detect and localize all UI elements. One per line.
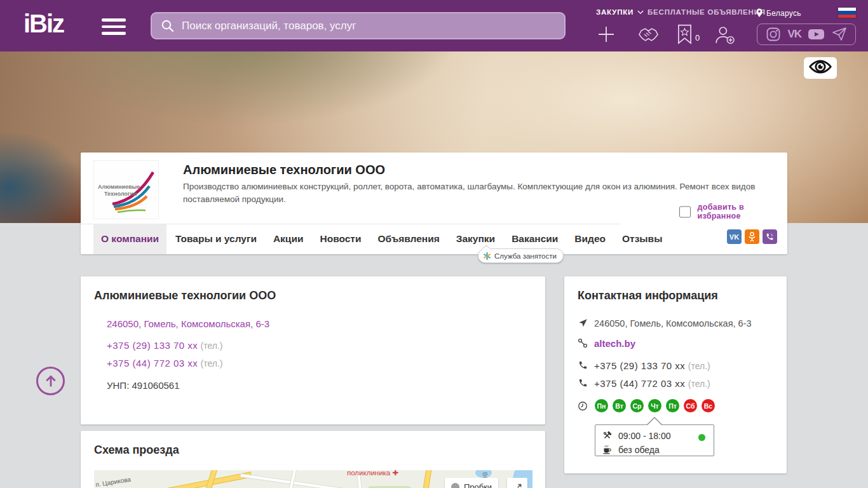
phone-icon xyxy=(577,378,588,388)
site-logo[interactable]: iBiz xyxy=(24,10,64,38)
about-title: Алюминиевые технологии ООО xyxy=(94,289,276,302)
company-description: Производство алюминиевых конструкций, ро… xyxy=(183,180,771,206)
phone-link[interactable]: +375 (44) 772 03 xx xyxy=(107,358,198,369)
open-now-indicator xyxy=(698,434,705,441)
handshake-icon xyxy=(637,27,660,44)
nav-country[interactable]: Беларусь xyxy=(756,8,801,18)
about-card: Алюминиевые технологии ООО 246050, Гомел… xyxy=(81,276,545,424)
viber-icon[interactable] xyxy=(763,229,777,244)
traffic-icon xyxy=(451,483,459,488)
hamburger-menu-icon[interactable] xyxy=(102,18,126,35)
about-unp: УНП: 491060561 xyxy=(107,380,180,391)
coffee-icon xyxy=(602,444,613,455)
youtube-icon[interactable] xyxy=(808,27,825,41)
search-icon xyxy=(160,18,175,34)
chevron-down-icon xyxy=(637,10,644,15)
contact-card: Контактная информация 246050, Гомель, Ко… xyxy=(564,276,787,473)
tab-video[interactable]: Видео xyxy=(567,224,613,254)
company-social-links: VK xyxy=(727,229,777,244)
working-hours: 09:00 - 18:00 xyxy=(618,431,671,441)
about-phone-row: +375 (44) 772 03 xx (тел.) xyxy=(107,358,222,369)
tab-o-kompanii[interactable]: О компании xyxy=(93,224,166,254)
workday-Ср[interactable]: Ср xyxy=(630,399,644,412)
about-address-link[interactable]: 246050, Гомель, Комсомольская, 6-3 xyxy=(107,318,269,329)
nav-free-ads[interactable]: БЕСПЛАТНЫЕ ОБЪЯВЛЕНИЯ xyxy=(648,8,766,16)
map-title: Схема проезда xyxy=(94,444,179,457)
link-icon xyxy=(577,338,588,348)
signup-button[interactable] xyxy=(713,25,736,47)
clock-icon xyxy=(577,401,588,411)
workday-Чт[interactable]: Чт xyxy=(648,399,661,412)
company-card: АлюминиевыеТехнологии Алюминиевые технол… xyxy=(81,152,787,254)
nav-arrow-icon xyxy=(577,318,588,328)
scroll-to-top-button[interactable] xyxy=(36,367,65,395)
working-hours-popup: 09:00 - 18:00 без обеда xyxy=(595,424,714,456)
contact-address: 246050, Гомель, Комсомольская, 6-3 xyxy=(594,318,752,329)
workday-Сб[interactable]: Сб xyxy=(684,399,697,412)
scroll-top-icon xyxy=(43,373,59,390)
company-name: Алюминиевые технологии ООО xyxy=(183,163,385,177)
plus-icon xyxy=(596,24,616,44)
search-input[interactable] xyxy=(182,20,564,32)
company-logo: АлюминиевыеТехнологии xyxy=(93,160,159,219)
map-expand-button[interactable] xyxy=(507,478,527,488)
views-eye-button[interactable] xyxy=(804,57,837,79)
traffic-button[interactable]: Пробки xyxy=(445,478,498,488)
contact-website-row: altech.by xyxy=(577,338,635,349)
company-tabs: О компанииТовары и услугиАкцииНовостиОбъ… xyxy=(93,224,671,254)
bookmark-star-icon xyxy=(676,24,693,44)
workday-Пн[interactable]: Пн xyxy=(595,399,608,412)
tab-otzyvy[interactable]: Отзывы xyxy=(614,224,670,254)
tab-novosti[interactable]: Новости xyxy=(312,224,369,254)
contact-phone-row: +375 (44) 772 03 xx (тел.) xyxy=(577,378,710,390)
favorites-count-badge: 0 xyxy=(695,33,700,43)
favorites-button[interactable] xyxy=(676,24,693,47)
vacancies-tooltip: Служба занятости xyxy=(478,248,564,263)
contact-hours-row xyxy=(577,401,594,411)
phone-icon xyxy=(577,360,588,370)
workday-Вс[interactable]: Вс xyxy=(702,399,715,412)
about-phone-row: +375 (29) 133 70 xx (тел.) xyxy=(107,340,222,351)
add-company-button[interactable] xyxy=(596,24,616,47)
eye-icon xyxy=(808,58,833,78)
vacancies-tooltip-label: Служба занятости xyxy=(494,252,557,260)
tab-obyavleniya[interactable]: Объявления xyxy=(370,224,447,254)
location-pin-icon xyxy=(756,8,763,18)
map[interactable]: поликлиника ✚ п. Царикова Вос Пробки xyxy=(94,470,532,488)
ok-icon[interactable] xyxy=(745,229,759,244)
employment-service-icon xyxy=(483,252,491,261)
map-street-label: п. Царикова xyxy=(95,476,131,488)
expand-icon xyxy=(512,482,523,488)
map-card: Схема проезда поликлиника ✚ п. Царикова … xyxy=(81,431,545,488)
phone-link[interactable]: +375 (29) 133 70 xx xyxy=(107,340,198,351)
add-to-favorites-label[interactable]: добавить в избранное xyxy=(697,203,787,220)
phone-link[interactable]: +375 (44) 772 03 xx xyxy=(594,378,685,389)
contact-address-row: 246050, Гомель, Комсомольская, 6-3 xyxy=(577,318,752,329)
tab-akcii[interactable]: Акции xyxy=(266,224,311,254)
add-user-icon xyxy=(713,25,736,44)
instagram-icon[interactable] xyxy=(766,27,781,42)
lunch-label: без обеда xyxy=(618,445,660,455)
site-header: iBiz ЗАКУПКИ БЕСПЛАТНЫЕ ОБЪЯВЛЕНИЯ Белар… xyxy=(0,0,868,51)
contact-title: Контактная информация xyxy=(578,289,718,302)
telegram-icon[interactable] xyxy=(832,27,847,42)
workday-Пт[interactable]: Пт xyxy=(666,399,679,412)
workday-Вт[interactable]: Вт xyxy=(613,399,626,412)
phone-link[interactable]: +375 (29) 133 70 xx xyxy=(594,360,685,371)
tools-icon xyxy=(602,430,613,441)
vk-icon[interactable]: VK xyxy=(727,229,742,244)
nav-procurement[interactable]: ЗАКУПКИ xyxy=(596,8,644,16)
page: { "header": { "logo": "iBiz", "search": … xyxy=(0,0,868,488)
partners-button[interactable] xyxy=(637,27,660,46)
workdays: ПнВтСрЧтПтСбВс xyxy=(595,399,715,412)
contact-phone-row: +375 (29) 133 70 xx (тел.) xyxy=(577,360,710,372)
website-link[interactable]: altech.by xyxy=(594,338,635,349)
map-poi-label: поликлиника ✚ xyxy=(347,470,398,477)
favorite-checkbox[interactable] xyxy=(679,206,691,218)
header-social-links: VK xyxy=(757,24,856,45)
search-bar xyxy=(151,12,566,39)
tab-tovary-i-uslugi[interactable]: Товары и услуги xyxy=(168,224,264,254)
vk-icon[interactable]: VK xyxy=(788,28,802,41)
russia-flag-icon[interactable] xyxy=(838,8,856,18)
